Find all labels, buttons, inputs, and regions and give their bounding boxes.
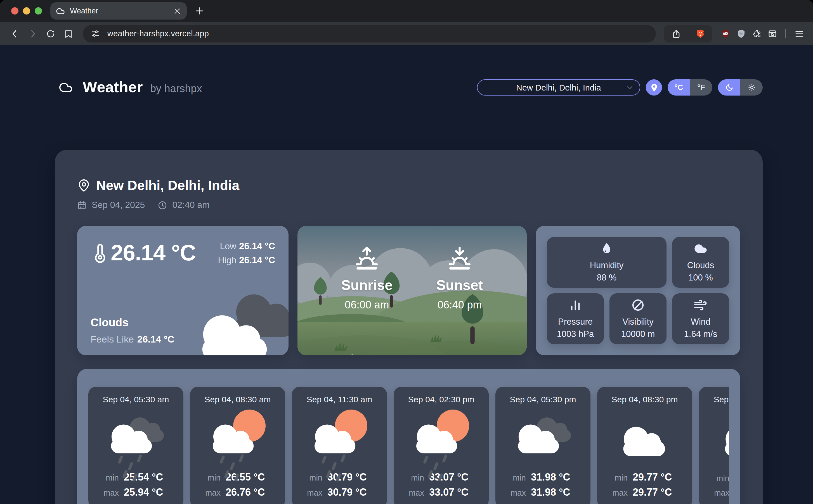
forward-button[interactable]: [25, 26, 40, 41]
moon-icon: [725, 83, 733, 92]
chevron-down-icon: [626, 84, 634, 91]
light-mode-button[interactable]: [740, 79, 763, 96]
clock-icon: [158, 200, 167, 210]
browser-window: Weather weather-harshpx.vercel.app uO: [0, 0, 813, 504]
stat-label: Clouds: [687, 259, 714, 271]
min-temp: 33.07 °C: [429, 470, 477, 484]
low-temp: 26.14 °C: [239, 241, 275, 251]
cloud-rain-sun-icon: [306, 410, 373, 470]
stat-label: Wind: [691, 315, 711, 328]
cloud-rain-sun-icon: [408, 410, 475, 470]
minimize-window-button[interactable]: [23, 7, 30, 15]
stats-card: Humidity 88 % Clouds 100 % Pressure 1003…: [536, 226, 740, 355]
sunrise-block: Sunrise 06:00 am: [341, 245, 392, 355]
share-icon[interactable]: [669, 26, 683, 41]
zoom-window-button[interactable]: [35, 7, 42, 15]
reload-button[interactable]: [42, 26, 58, 41]
high-temp: 26.14 °C: [239, 255, 275, 265]
divider: [688, 29, 688, 38]
search-input[interactable]: [477, 79, 640, 96]
tab-title: Weather: [70, 7, 173, 15]
max-temp: 30.79 °C: [327, 485, 375, 500]
forecast-strip[interactable]: Sep 04, 05:30 am min25.54 °C max25.94 °C…: [77, 369, 740, 504]
close-window-button[interactable]: [11, 7, 18, 15]
stat-label: Visibility: [622, 315, 653, 328]
tab-close-icon[interactable]: [173, 7, 181, 15]
map-pin-icon: [77, 179, 91, 192]
stat-value: 1003 hPa: [557, 328, 594, 340]
theme-toggle: [718, 79, 763, 96]
svg-text:uO: uO: [723, 32, 727, 35]
max-temp: 26.76 °C: [226, 485, 274, 500]
max-temp: 29.77 °C: [633, 485, 681, 500]
forecast-card: Sep 04, 08:30 am min26.55 °C max26.76 °C: [190, 387, 285, 504]
share-brave-group: [664, 25, 712, 42]
sunset-block: Sunset 06:40 pm: [437, 245, 483, 355]
min-max-block: min31.98 °C max31.98 °C: [507, 470, 579, 500]
privacy-shield-icon[interactable]: [734, 26, 748, 41]
menu-icon[interactable]: [792, 26, 806, 41]
app-logo-cloud-icon: [56, 80, 75, 94]
stat-value: 1.64 m/s: [684, 328, 717, 340]
calendar-icon: [77, 200, 87, 210]
white-cloud-art: [310, 422, 361, 455]
use-my-location-button[interactable]: [646, 79, 662, 96]
unit-toggle: °C °F: [668, 79, 712, 96]
forecast-datetime: Sep 04, 08:30 am: [205, 394, 271, 404]
divider: [785, 29, 786, 38]
back-button[interactable]: [7, 26, 22, 41]
low-high-block: Low26.14 °C High26.14 °C: [218, 239, 275, 267]
stat-tile-pressure: Pressure 1003 hPa: [547, 293, 604, 344]
min-temp: 26.55 °C: [226, 470, 274, 484]
sunrise-label: Sunrise: [341, 277, 392, 293]
new-tab-button[interactable]: [195, 6, 204, 16]
bar-chart-icon: [568, 298, 583, 312]
app-byline: by harshpx: [150, 83, 202, 95]
cloud-icon: [713, 410, 729, 471]
forecast-datetime: Sep 04, 08:30 pm: [612, 394, 678, 404]
tab-strip: Weather: [0, 0, 813, 22]
min-temp: 25.54 °C: [124, 470, 172, 484]
forecast-card: Sep 04, 11:30 pm min max: [699, 387, 729, 504]
weather-main-card: New Delhi, Delhi, India Sep 04, 2025 02:…: [55, 150, 763, 504]
location-pin-icon: [650, 83, 658, 92]
max-temp: 25.94 °C: [124, 485, 172, 500]
bookmark-button[interactable]: [60, 26, 76, 41]
sunset-icon: [446, 245, 474, 273]
min-max-block: min max: [710, 471, 729, 500]
brave-rewards-icon[interactable]: [693, 26, 707, 41]
current-weather-card: 26.14 °C Low26.14 °C High26.14 °C Clouds…: [77, 226, 288, 355]
white-cloud-art: [721, 424, 729, 458]
white-cloud-art: [514, 422, 564, 455]
max-temp: 33.07 °C: [429, 485, 477, 500]
app-header: Weather by harshpx °C °F: [0, 45, 813, 96]
stat-tile-wind: Wind 1.64 m/s: [672, 293, 729, 344]
extensions-puzzle-icon[interactable]: [749, 26, 764, 41]
cloud-fill-icon: [693, 241, 708, 256]
sunrise-time: 06:00 am: [341, 299, 392, 311]
max-temp: 31.98 °C: [531, 485, 579, 500]
forecast-card: Sep 04, 05:30 am min25.54 °C max25.94 °C: [88, 387, 183, 504]
url-text: weather-harshpx.vercel.app: [107, 29, 209, 38]
stat-tile-clouds: Clouds 100 %: [672, 237, 729, 288]
stat-value: 88 %: [597, 271, 617, 284]
fahrenheit-button[interactable]: °F: [690, 79, 712, 96]
current-date: Sep 04, 2025: [92, 200, 145, 210]
header-controls: °C °F: [477, 79, 763, 96]
cloud-rain-dark-icon: [102, 410, 169, 470]
forecast-card: Sep 04, 02:30 pm min33.07 °C max33.07 °C: [393, 387, 489, 504]
url-bar[interactable]: weather-harshpx.vercel.app: [83, 25, 656, 42]
location-title-row: New Delhi, Delhi, India: [77, 178, 740, 193]
stat-value: 10000 m: [621, 328, 655, 340]
tab-search-icon[interactable]: [765, 26, 779, 41]
stat-label: Humidity: [590, 259, 624, 271]
white-cloud-art: [196, 312, 275, 355]
white-cloud-art: [107, 422, 157, 455]
datetime-row: Sep 04, 2025 02:40 am: [77, 200, 740, 210]
celsius-button[interactable]: °C: [668, 79, 690, 96]
ublock-origin-icon[interactable]: uO: [718, 26, 733, 41]
dark-mode-button[interactable]: [718, 79, 740, 96]
browser-tab[interactable]: Weather: [50, 2, 187, 20]
weather-app-page: Weather by harshpx °C °F: [0, 45, 813, 504]
site-settings-icon[interactable]: [91, 29, 100, 38]
